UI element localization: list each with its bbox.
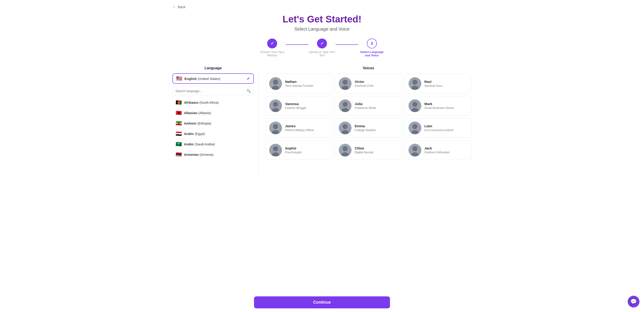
svg-point-34 (412, 146, 418, 151)
step-2: ✓ Upload or Type Your Text (308, 38, 336, 57)
voice-role-emma: College Student (355, 128, 398, 132)
back-button[interactable]: ← Back (172, 4, 185, 9)
stepper: ✓ Choose Your Input Method ✓ Upload or T… (172, 38, 472, 57)
voice-avatar-james (269, 122, 282, 134)
language-list-item[interactable]: 🇪🇹 Amharic (Ethiopia) (172, 118, 254, 128)
voice-role-mark: Small Business Owner (424, 106, 468, 110)
voice-avatar-ravi (408, 77, 421, 90)
voice-info-victor: Victor Gourmet Chef (355, 80, 398, 87)
voice-role-nathan: Tech Startup Founder (285, 84, 328, 87)
voice-card-julia[interactable]: Julia Freelance Writer (335, 96, 402, 115)
language-list-item[interactable]: 🇸🇦 Arabic (Saudi Arabia) (172, 139, 254, 149)
language-panel-title: Language (172, 66, 254, 70)
language-list: 🇦🇫 Afrikaans (South Africa) 🇦🇱 Albanian … (172, 98, 254, 160)
voice-card-mark[interactable]: Mark Small Business Owner (405, 96, 472, 115)
voice-info-vanessa: Vanessa Fashion Blogger (285, 102, 328, 110)
step-1-circle: ✓ (267, 38, 277, 48)
language-panel: Language 🇺🇸 English (United States) ✔ 🔍 … (172, 66, 258, 179)
lang-flag: 🇦🇲 (176, 152, 182, 157)
step-1: ✓ Choose Your Input Method (258, 38, 286, 57)
voice-avatar-sophie (269, 144, 282, 156)
voice-role-sophie: Psychologist (285, 151, 328, 154)
svg-point-31 (342, 146, 348, 151)
language-list-item[interactable]: 🇦🇱 Albanian (Albania) (172, 108, 254, 118)
page-subtitle: Select Language and Voice (172, 26, 472, 32)
language-list-item[interactable]: 🇪🇬 Arabic (Egypt) (172, 129, 254, 139)
voice-avatar-liam (408, 122, 421, 134)
step-3-label: Select Language and Voice (358, 50, 386, 57)
voice-name-jack: Jack (424, 146, 468, 150)
voice-avatar-vanessa (269, 99, 282, 112)
selected-language[interactable]: 🇺🇸 English (United States) ✔ (172, 73, 254, 84)
voice-info-jack: Jack Outdoor Enthusiast (424, 146, 468, 154)
search-input[interactable] (176, 89, 244, 93)
voice-role-james: Retired Military Officer (285, 128, 328, 132)
language-list-item[interactable]: 🇦🇲 Armenian (Armenia) (172, 150, 254, 160)
voice-info-julia: Julia Freelance Writer (355, 102, 398, 110)
continue-bar: Continue (0, 293, 644, 312)
svg-point-7 (412, 80, 418, 85)
page-title: Let's Get Started! (172, 14, 472, 25)
continue-button[interactable]: Continue (254, 296, 390, 308)
voice-name-sophie: Sophie (285, 146, 328, 150)
search-icon: 🔍 (246, 89, 251, 93)
voice-info-sophie: Sophie Psychologist (285, 146, 328, 154)
voice-name-mark: Mark (424, 102, 468, 106)
language-list-item[interactable]: 🇦🇫 Afrikaans (South Africa) (172, 98, 254, 108)
lang-name: Arabic (Saudi Arabia) (184, 142, 215, 146)
search-box[interactable]: 🔍 (172, 86, 254, 95)
voice-role-vanessa: Fashion Blogger (285, 106, 328, 110)
voice-info-liam: Liam Eco-conscious Activist (424, 124, 468, 132)
voice-card-victor[interactable]: Victor Gourmet Chef (335, 74, 402, 93)
voice-name-victor: Victor (355, 80, 398, 83)
lang-name: Arabic (Egypt) (184, 132, 205, 136)
step-3: 3 Select Language and Voice (358, 38, 386, 57)
voice-card-vanessa[interactable]: Vanessa Fashion Blogger (265, 96, 332, 115)
lang-flag: 🇪🇹 (176, 121, 182, 126)
voice-card-ravi[interactable]: Ravi Spiritual Guru (405, 74, 472, 93)
voices-grid: Nathan Tech Startup Founder Victor Gourm… (265, 74, 472, 160)
step-1-label: Choose Your Input Method (258, 50, 286, 57)
voice-info-ravi: Ravi Spiritual Guru (424, 80, 468, 87)
voice-name-emma: Emma (355, 124, 398, 128)
svg-point-25 (412, 124, 418, 129)
voice-name-ravi: Ravi (424, 80, 468, 83)
voice-card-nathan[interactable]: Nathan Tech Startup Founder (265, 74, 332, 93)
voice-card-chloe[interactable]: Chloe Digital Nomad (335, 140, 402, 160)
selected-flag: 🇺🇸 (176, 76, 182, 81)
voice-role-liam: Eco-conscious Activist (424, 128, 468, 132)
lang-name: Afrikaans (South Africa) (184, 101, 219, 104)
lang-flag: 🇦🇱 (176, 110, 182, 115)
voice-name-liam: Liam (424, 124, 468, 128)
voice-card-emma[interactable]: Emma College Student (335, 118, 402, 138)
svg-point-22 (342, 124, 348, 129)
voice-name-julia: Julia (355, 102, 398, 106)
voice-role-victor: Gourmet Chef (355, 84, 398, 87)
lang-flag: 🇦🇫 (176, 100, 182, 105)
voice-card-sophie[interactable]: Sophie Psychologist (265, 140, 332, 160)
step-3-circle: 3 (367, 38, 377, 48)
voice-card-james[interactable]: James Retired Military Officer (265, 118, 332, 138)
voice-name-nathan: Nathan (285, 80, 328, 83)
voices-panel-title: Voices (265, 66, 472, 70)
voice-info-mark: Mark Small Business Owner (424, 102, 468, 110)
selected-lang-name: English (United States) (184, 77, 244, 81)
voice-card-jack[interactable]: Jack Outdoor Enthusiast (405, 140, 472, 160)
page-wrapper: ← Back Let's Get Started! Select Languag… (164, 0, 480, 202)
svg-point-13 (342, 102, 348, 107)
voice-role-jack: Outdoor Enthusiast (424, 151, 468, 154)
svg-point-19 (273, 124, 278, 129)
voice-role-julia: Freelance Writer (355, 106, 398, 110)
voice-avatar-julia (339, 99, 352, 112)
connector-1-2 (286, 44, 308, 45)
chat-bubble[interactable]: 💬 (628, 296, 640, 308)
lang-flag: 🇪🇬 (176, 131, 182, 136)
voice-role-chloe: Digital Nomad (355, 151, 398, 154)
voice-card-liam[interactable]: Liam Eco-conscious Activist (405, 118, 472, 138)
svg-point-4 (342, 80, 348, 85)
svg-point-1 (273, 80, 278, 85)
selected-check-icon: ✔ (247, 76, 250, 81)
connector-2-3 (336, 44, 358, 45)
lang-name: Albanian (Albania) (184, 111, 211, 115)
step-2-circle: ✓ (317, 38, 327, 48)
